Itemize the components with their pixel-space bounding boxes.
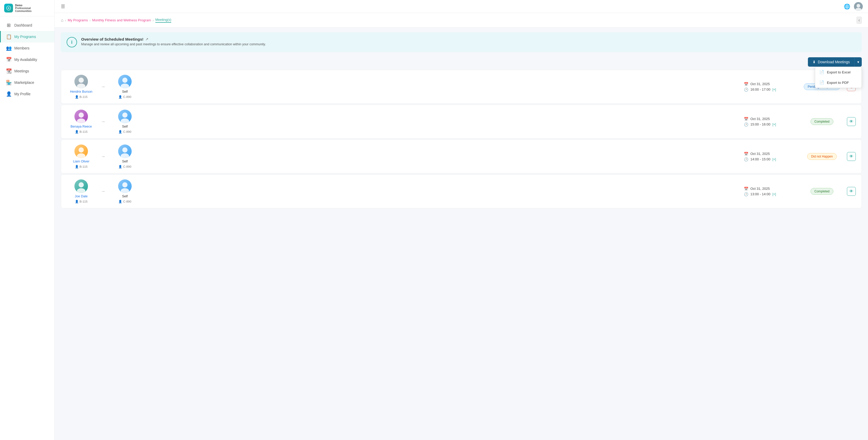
excel-icon: 📄 (819, 70, 824, 75)
meeting-date: Oct 31, 2025 (750, 82, 770, 86)
sidebar-item-my-programs[interactable]: 📋 My Programs (0, 31, 54, 42)
svg-point-16 (77, 188, 85, 193)
self-label: Self (122, 159, 128, 163)
arrow-block: → (95, 189, 111, 194)
topbar-right: 🌐 (844, 2, 863, 11)
breadcrumb-program[interactable]: Monthly Fitness and Wellness Program (92, 18, 151, 22)
brand-text: Demo Professional Communities (15, 4, 31, 12)
hamburger-button[interactable]: ☰ (60, 3, 66, 10)
export-pdf-label: Export to PDF (827, 81, 849, 85)
view-button[interactable]: 👁 (847, 152, 856, 161)
sidebar-menu: ⊞ Dashboard 📋 My Programs 👥 Members 📅 My… (0, 17, 54, 440)
svg-point-2 (855, 8, 862, 11)
eye-icon: 👁 (849, 119, 854, 124)
sidebar-item-members[interactable]: 👥 Members (0, 42, 54, 54)
person-icon: 👤 (75, 165, 79, 169)
members-icon: 👥 (6, 45, 11, 51)
action-block: 👁 (843, 117, 856, 126)
export-pdf-item[interactable]: 📄 Export to PDF (815, 77, 862, 88)
clock-icon: 🕐 (744, 192, 748, 196)
participant-id: 👤 B-115 (75, 200, 88, 203)
self-avatar (118, 110, 132, 123)
user-avatar[interactable] (854, 2, 863, 11)
sidebar-item-my-availability[interactable]: 📅 My Availability (0, 54, 54, 65)
pdf-icon: 📄 (819, 80, 824, 85)
svg-point-3 (79, 78, 84, 83)
sidebar-item-marketplace[interactable]: 🏪 Marketplace (0, 77, 54, 88)
calendar-icon: 📅 (744, 187, 748, 191)
svg-point-12 (77, 153, 85, 158)
participant-name[interactable]: Joe Dale (75, 195, 87, 198)
chevron-icon-1: › (65, 18, 66, 22)
sidebar: Demo Professional Communities ⊞ Dashboar… (0, 0, 55, 440)
person-icon-2: 👤 (118, 130, 122, 134)
svg-point-17 (122, 182, 127, 187)
clock-icon: 🕐 (744, 87, 748, 92)
participant-name[interactable]: Hendrix Burson (70, 90, 92, 93)
sidebar-item-label: Marketplace (14, 81, 34, 85)
info-banner: i Overview of Scheduled Meetings! ↗ Mana… (61, 32, 862, 52)
chevron-down-icon: ▾ (857, 60, 859, 64)
participant-name[interactable]: Liam Oliver (73, 159, 89, 163)
participant-name[interactable]: Benaya Reece (70, 125, 92, 128)
avatar (74, 179, 88, 193)
breadcrumb-meetings[interactable]: Meeting(s) (155, 18, 171, 23)
self-block: Self 👤 C-890 (111, 75, 139, 99)
self-id: 👤 C-890 (118, 95, 131, 99)
self-block: Self 👤 C-890 (111, 145, 139, 169)
chevron-icon-3: › (152, 18, 154, 22)
arrow-block: → (95, 84, 111, 90)
external-link-icon[interactable]: ↗ (146, 37, 148, 41)
plus-tag[interactable]: [+] (773, 123, 776, 126)
download-dropdown-toggle[interactable]: ▾ (855, 57, 862, 67)
globe-icon[interactable]: 🌐 (844, 3, 850, 10)
meeting-date: Oct 31, 2025 (750, 187, 770, 190)
arrow-block: → (95, 119, 111, 124)
view-button[interactable]: 👁 (847, 187, 856, 196)
svg-point-5 (122, 78, 127, 83)
meeting-date: Oct 31, 2025 (750, 152, 770, 156)
datetime-block: 📅 Oct 31, 2025 🕐 15:00 - 16:00 [+] (744, 117, 801, 126)
status-badge: Completed (810, 118, 833, 125)
clock-icon: 🕐 (744, 157, 748, 162)
export-excel-item[interactable]: 📄 Export to Excel (815, 67, 862, 77)
main-area: ☰ 🌐 ⌂ › My Programs › Monthly Fitness an… (55, 0, 868, 440)
person-icon-2: 👤 (118, 200, 122, 203)
status-badge: Completed (810, 188, 833, 195)
arrow-right-icon: → (101, 154, 105, 159)
sidebar-item-dashboard[interactable]: ⊞ Dashboard (0, 20, 54, 31)
avatar (74, 75, 88, 88)
collapse-button[interactable]: ‹ (857, 17, 862, 24)
sidebar-item-my-profile[interactable]: 👤 My Profile (0, 88, 54, 100)
avatar (74, 110, 88, 123)
self-avatar (118, 75, 132, 88)
download-dropdown-menu: 📄 Export to Excel 📄 Export to PDF (815, 67, 862, 88)
sidebar-logo: Demo Professional Communities (0, 0, 54, 17)
plus-tag[interactable]: [+] (773, 157, 776, 161)
view-button[interactable]: 👁 (847, 117, 856, 126)
meeting-time: 13:00 - 14:00 (750, 192, 770, 196)
info-banner-title: Overview of Scheduled Meetings! ↗ (81, 37, 266, 41)
svg-point-9 (122, 113, 127, 118)
self-block: Self 👤 C-890 (111, 179, 139, 203)
breadcrumb-my-programs[interactable]: My Programs (68, 18, 88, 22)
self-id: 👤 C-890 (118, 165, 131, 169)
arrow-right-icon: → (101, 84, 105, 90)
info-icon: i (67, 37, 77, 48)
meetings-list: Hendrix Burson 👤 B-115 → Self 👤 C-890 (55, 70, 868, 214)
svg-point-7 (79, 113, 84, 118)
datetime-block: 📅 Oct 31, 2025 🕐 16:00 - 17:00 [+] (744, 82, 801, 92)
sidebar-item-label: Dashboard (14, 23, 32, 27)
sidebar-item-meetings[interactable]: 📆 Meetings (0, 65, 54, 77)
meeting-time: 15:00 - 16:00 (750, 122, 770, 126)
svg-point-8 (77, 118, 85, 123)
self-block: Self 👤 C-890 (111, 110, 139, 134)
info-banner-description: Manage and review all upcoming and past … (81, 42, 266, 46)
status-block: Completed (801, 118, 843, 125)
sidebar-item-label: My Profile (14, 92, 30, 96)
status-block: Did not Happen (801, 153, 843, 160)
plus-tag[interactable]: [+] (773, 193, 776, 196)
download-meetings-button[interactable]: ⬇ Download Meetings (808, 57, 855, 67)
plus-tag[interactable]: [+] (773, 88, 776, 91)
breadcrumb-home[interactable]: ⌂ (61, 18, 63, 23)
